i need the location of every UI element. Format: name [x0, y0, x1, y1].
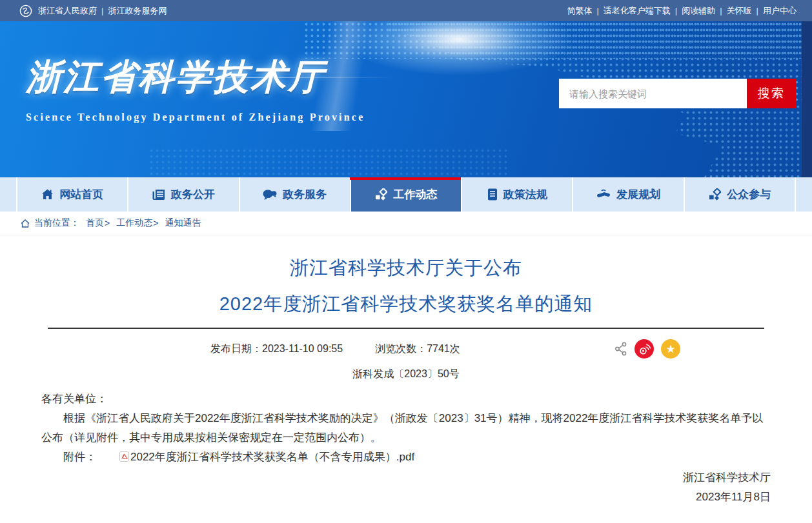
breadcrumb: 当前位置： 首页> 工作动态> 通知通告 [0, 212, 812, 235]
document-icon [487, 188, 498, 201]
title-divider [48, 328, 764, 329]
topbar-left: 浙江省人民政府 | 浙江政务服务网 [19, 5, 167, 17]
blocks-icon [374, 188, 387, 201]
share-icon[interactable] [614, 342, 627, 356]
article: 浙江省科学技术厅关于公布 2022年度浙江省科学技术奖获奖名单的通知 发布日期：… [0, 235, 812, 523]
search-bar: 搜索 [559, 79, 796, 108]
nav-label: 发展规划 [616, 187, 660, 202]
newspaper-icon [152, 189, 165, 201]
topbar-link-elder-client-download[interactable]: 适老化客户端下载 [604, 5, 671, 17]
separator: | [101, 6, 103, 15]
article-title-line2: 2022年度浙江省科学技术奖获奖名单的通知 [41, 291, 771, 317]
handshake-icon [596, 189, 611, 200]
topbar-right: 简繁体 | 适老化客户端下载 | 阅读辅助 | 关怀版 | 用户中心 [567, 5, 797, 17]
breadcrumb-separator: > [105, 218, 110, 228]
view-count: 浏览次数：7741次 [375, 342, 460, 356]
topbar-link-service-site[interactable]: 浙江政务服务网 [108, 5, 167, 17]
site-name-en: Science Technology Department of Zhejian… [26, 112, 365, 123]
topbar-link-simplified-traditional[interactable]: 简繁体 [567, 5, 592, 17]
nav-item-development-plan[interactable]: 发展规划 [572, 177, 683, 212]
separator: | [675, 6, 677, 15]
nav-label: 网站首页 [59, 187, 103, 202]
nav-item-gov-disclosure[interactable]: 政务公开 [127, 177, 238, 212]
nav-label: 公众参与 [727, 187, 771, 202]
breadcrumb-work-news[interactable]: 工作动态 [116, 217, 152, 229]
topbar: 浙江省人民政府 | 浙江政务服务网 简繁体 | 适老化客户端下载 | 阅读辅助 … [0, 0, 812, 21]
topbar-link-user-center[interactable]: 用户中心 [763, 5, 797, 17]
nav-item-work-news[interactable]: 工作动态 [350, 177, 461, 212]
banner-right-strip [802, 21, 812, 177]
salutation: 各有关单位： [41, 390, 771, 409]
nav-label: 工作动态 [393, 187, 437, 202]
nav-label: 政务公开 [171, 187, 215, 202]
weibo-share-icon[interactable] [634, 339, 654, 359]
separator: | [720, 6, 722, 15]
article-body: 各有关单位： 根据《浙江省人民政府关于2022年度浙江省科学技术奖励的决定》（浙… [41, 390, 771, 468]
nav-item-policies[interactable]: 政策法规 [461, 177, 572, 212]
separator: | [756, 6, 758, 15]
signature-block: 浙江省科学技术厅 2023年11月8日 [41, 468, 771, 507]
search-input[interactable] [559, 79, 747, 108]
topbar-link-provincial-gov[interactable]: 浙江省人民政府 [38, 5, 97, 17]
map-dots-decoration [148, 148, 510, 177]
zhejiang-gov-logo-icon[interactable] [19, 5, 32, 17]
attachment-link[interactable]: 2022年度浙江省科学技术奖获奖名单（不含专用成果）.pdf [130, 451, 414, 463]
publish-date: 发布日期：2023-11-10 09:55 [210, 342, 343, 356]
separator: | [596, 6, 598, 15]
qzone-share-icon[interactable]: ★ [661, 339, 680, 359]
home-icon [41, 188, 54, 201]
document-number: 浙科发成〔2023〕50号 [41, 368, 771, 381]
breadcrumb-label: 当前位置： [34, 217, 79, 229]
blocks-icon [708, 188, 721, 201]
search-button[interactable]: 搜索 [747, 79, 796, 108]
site-name-cn: 浙江省科学技术厅 [26, 54, 365, 101]
signature-org: 浙江省科学技术厅 [41, 468, 771, 488]
pdf-icon [97, 449, 129, 468]
nav-item-gov-services[interactable]: 政务服务 [239, 177, 350, 212]
header-banner: 浙江省科学技术厅 Science Technology Department o… [0, 21, 812, 177]
article-title-line1: 浙江省科学技术厅关于公布 [41, 255, 771, 281]
article-meta: 发布日期：2023-11-10 09:55 浏览次数：7741次 ★ [41, 339, 771, 359]
nav-item-home[interactable]: 网站首页 [16, 177, 127, 212]
share-group: ★ [614, 339, 680, 359]
breadcrumb-home[interactable]: 首页 [86, 217, 104, 229]
topbar-link-reading-assist[interactable]: 阅读辅助 [682, 5, 715, 17]
body-paragraph: 根据《浙江省人民政府关于2022年度浙江省科学技术奖励的决定》（浙政发〔2023… [41, 409, 771, 448]
home-outline-icon [21, 219, 30, 228]
map-dots-decoration [621, 104, 802, 177]
breadcrumb-separator: > [153, 218, 158, 228]
topbar-link-care-version[interactable]: 关怀版 [727, 5, 752, 17]
nav-item-public-participation[interactable]: 公众参与 [684, 177, 796, 212]
site-logo[interactable]: 浙江省科学技术厅 Science Technology Department o… [26, 54, 365, 123]
attachment-label: 附件： [63, 451, 96, 463]
main-nav: 网站首页 政务公开 政务服务 [0, 177, 812, 212]
signature-date: 2023年11月8日 [41, 488, 771, 507]
nav-label: 政策法规 [503, 187, 547, 202]
breadcrumb-notices[interactable]: 通知通告 [165, 217, 201, 229]
attachment-line: 附件： 2022年度浙江省科学技术奖获奖名单（不含专用成果）.pdf [41, 448, 771, 468]
nav-label: 政务服务 [283, 187, 327, 202]
chat-bubbles-icon [263, 189, 277, 201]
